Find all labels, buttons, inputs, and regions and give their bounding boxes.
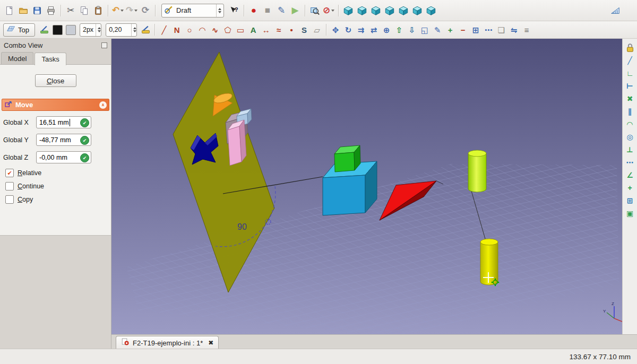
draft-bspline-icon[interactable]: ≈ [272,23,285,36]
line-width-spinbox[interactable]: 2px [80,23,101,37]
snap-endpoint-icon[interactable]: ∟ [624,67,636,79]
new-file-icon[interactable] [3,4,16,18]
close-document-icon[interactable]: ✖ [208,339,213,346]
continue-checkbox[interactable]: ✔ [5,182,14,190]
workbench-selector-spinner[interactable] [216,4,221,17]
view-bottom-icon[interactable] [410,4,424,18]
pink-box-object[interactable] [228,120,246,166]
set-style-icon[interactable] [38,23,51,36]
document-tab[interactable]: F2-T19-ejemplo-ini : 1* ✖ [116,336,219,349]
macro-stop-icon[interactable]: ■ [261,4,274,18]
draft-move-icon[interactable]: ✥ [329,23,342,36]
draft-clone-icon[interactable]: ❏ [495,23,507,36]
draft-text-icon[interactable]: A [247,23,260,36]
float-panel-icon[interactable] [101,42,107,48]
green-cube-object[interactable] [334,145,360,172]
snap-ortho-icon[interactable]: ⊥ [624,144,636,155]
snap-midpoint-icon[interactable]: ⊢ [624,80,636,92]
draft-join-icon[interactable]: ⊕ [380,23,393,36]
close-task-button[interactable]: Close [35,74,76,87]
snap-center-icon[interactable]: ◎ [624,131,636,143]
macro-edit-icon[interactable]: ✎ [274,4,288,18]
tab-model[interactable]: Model [1,52,33,64]
draft-workbench-icon [164,5,174,16]
global-x-input[interactable]: 16,51 mm ✔ [36,116,91,128]
macro-play-icon[interactable]: ▶ [288,4,302,18]
relative-checkbox[interactable]: ✔ [5,169,14,177]
valid-check-icon: ✔ [80,136,89,145]
snap-add-icon[interactable]: + [624,182,636,194]
draft-polyline-icon[interactable]: N [170,23,183,36]
draft-add-point-icon[interactable]: + [444,23,457,36]
open-file-icon[interactable] [16,4,30,18]
collapse-task-icon[interactable]: ∧ [99,101,107,109]
line-width-spinner[interactable] [96,24,101,36]
draft-arc-icon[interactable]: ◠ [196,23,209,36]
draft-shapestring-icon[interactable]: S [298,23,311,36]
apply-style-icon[interactable] [139,23,152,36]
draft-offset-icon[interactable]: ⇉ [355,23,367,36]
draft-remove-point-icon[interactable]: − [457,23,469,36]
draft-point-icon[interactable]: • [285,23,298,36]
redo-icon[interactable]: ↷ [125,4,139,18]
save-icon[interactable] [30,4,44,18]
paste-icon[interactable] [91,4,105,18]
draft-layers-icon[interactable]: ≡ [520,23,533,36]
view-front-icon[interactable] [355,4,369,18]
snap-working-plane-icon[interactable]: ▣ [624,207,636,219]
draft-downgrade-icon[interactable]: ⇩ [406,23,418,36]
measure-distance-icon[interactable] [608,4,622,18]
draft-dimension-icon[interactable]: ↔ [260,23,272,36]
cut-icon[interactable]: ✂ [64,4,78,18]
snap-special-icon[interactable]: ⋯ [624,157,636,168]
draft-line-icon[interactable]: ╱ [158,23,170,36]
face-color-swatch[interactable] [66,25,76,35]
copy-checkbox[interactable]: ✔ [5,195,14,204]
draft-array-icon[interactable]: ⊞ [469,23,482,36]
draft-polygon-icon[interactable]: ⬠ [221,23,234,36]
3d-viewport[interactable]: 90 [111,39,622,334]
snap-near-icon[interactable]: ╱ [624,55,636,66]
text-scale-spinner[interactable] [131,24,136,36]
draft-facebinder-icon[interactable]: ▱ [311,23,323,36]
snap-grid-icon[interactable]: ⊞ [624,195,636,206]
global-y-input[interactable]: -48,77 mm ✔ [36,134,91,146]
yellow-cylinder-object[interactable] [480,239,498,285]
snap-lock-icon[interactable] [624,42,636,54]
view-right-icon[interactable] [383,4,397,18]
draft-scale-icon[interactable]: ◱ [418,23,431,36]
line-color-swatch[interactable] [53,25,63,35]
zoom-fit-icon[interactable] [308,4,322,18]
tab-tasks[interactable]: Tasks [35,53,66,65]
snap-intersection-icon[interactable]: ✖ [624,93,636,105]
snap-arc-icon[interactable]: ◠ [624,118,636,130]
view-top-icon[interactable] [369,4,383,18]
draft-edit-icon[interactable]: ✎ [431,23,444,36]
whats-this-icon[interactable]: ? [227,4,241,18]
global-z-input[interactable]: -0,00 mm ✔ [36,151,91,163]
draft-circle-icon[interactable]: ○ [183,23,196,36]
refresh-icon[interactable]: ⟳ [139,4,152,18]
draft-spline-icon[interactable]: ∿ [209,23,221,36]
print-icon[interactable] [44,4,58,18]
view-rear-icon[interactable] [397,4,410,18]
working-plane-button[interactable]: Top [3,23,35,37]
draft-upgrade-icon[interactable]: ⇧ [393,23,406,36]
draw-style-icon[interactable]: ⊘ [322,4,335,18]
text-scale-spinbox[interactable]: 0,20 [106,23,137,37]
workbench-selector[interactable]: Draft [161,4,224,18]
green-cylinder-object[interactable] [468,150,486,192]
draft-trimex-icon[interactable]: ⇄ [367,23,380,36]
snap-angle-icon[interactable]: ∠ [624,169,636,181]
view-left-icon[interactable] [424,4,438,18]
copy-icon[interactable] [78,4,91,18]
undo-icon[interactable]: ↶ [111,4,125,18]
draft-rectangle-icon[interactable]: ▭ [234,23,247,36]
move-task-header[interactable]: Move ∧ [2,99,109,111]
draft-rotate-icon[interactable]: ↻ [342,23,355,36]
view-isometric-icon[interactable] [341,4,355,18]
macro-record-icon[interactable]: ● [247,4,261,18]
draft-mirror-icon[interactable]: ⇋ [507,23,520,36]
draft-path-array-icon[interactable]: ⋯ [482,23,495,36]
snap-parallel-icon[interactable]: ∥ [624,106,636,117]
